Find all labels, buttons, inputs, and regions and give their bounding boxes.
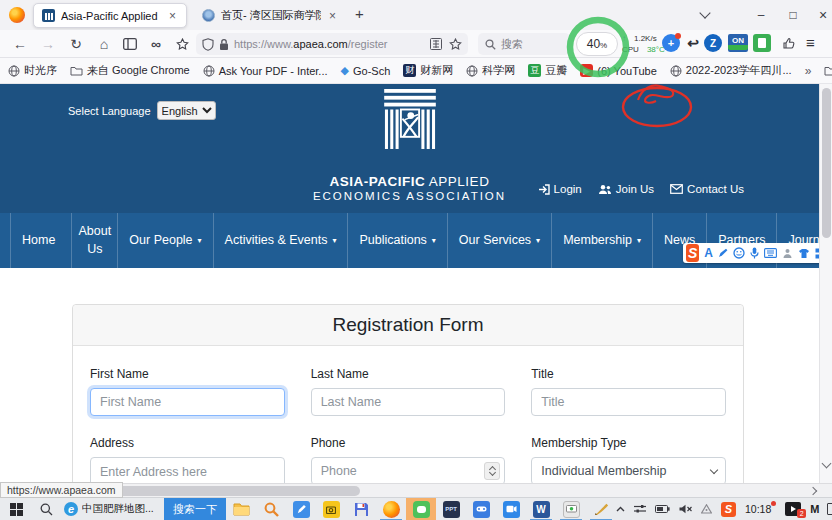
taskbar-screenshare-app[interactable] xyxy=(556,498,586,520)
lock-icon[interactable] xyxy=(219,38,229,51)
minimize-button[interactable]: – xyxy=(744,0,778,30)
action-center-icon[interactable] xyxy=(827,503,832,515)
tab-close-icon[interactable]: × xyxy=(327,9,338,23)
vertical-scrollbar-thumb[interactable] xyxy=(822,88,831,238)
bookmark-item[interactable]: 2022-2023学年四川... xyxy=(670,63,792,78)
list-tabs-chevron-icon[interactable] xyxy=(688,0,722,30)
sidebar-button[interactable] xyxy=(120,34,140,54)
taskbar-window-ie[interactable]: e 中国肥胖地图... xyxy=(60,498,164,520)
plus-extension-icon[interactable]: + xyxy=(662,34,680,52)
nav-our-services[interactable]: Our Services▾ xyxy=(448,213,552,268)
taskbar-meeting-app[interactable] xyxy=(496,498,526,520)
reload-button[interactable]: ↻ xyxy=(66,34,86,54)
phone-input[interactable] xyxy=(311,457,506,483)
m-app-tray-icon[interactable]: M xyxy=(810,503,818,515)
taskbar-search-icon[interactable] xyxy=(32,498,60,520)
nav-activities-events[interactable]: Activities & Events▾ xyxy=(214,213,349,268)
title-input[interactable] xyxy=(531,388,726,416)
number-spinner[interactable] xyxy=(484,462,500,480)
ime-person-icon[interactable] xyxy=(782,248,793,259)
contact-us-link[interactable]: Contact Us xyxy=(670,183,744,195)
forward-button[interactable]: → xyxy=(38,34,58,54)
taskbar-wechat[interactable] xyxy=(406,498,436,520)
z-library-extension-icon[interactable]: Z xyxy=(704,34,722,52)
undo-arrow-extension-icon[interactable]: ↪ xyxy=(684,34,702,52)
ime-keyboard-icon[interactable] xyxy=(764,248,777,258)
bookmark-item[interactable]: ◆ Go-Sch xyxy=(341,64,391,77)
nav-about-us[interactable]: About Us xyxy=(72,213,118,268)
taskbar-paint-app[interactable] xyxy=(586,498,616,520)
taskbar-search-button[interactable]: 搜索一下 xyxy=(164,498,226,520)
last-name-input[interactable] xyxy=(311,388,506,416)
taskbar-search-app[interactable] xyxy=(256,498,286,520)
maximize-button[interactable]: □ xyxy=(776,0,810,30)
bookmark-item[interactable]: 豆 豆瓣 xyxy=(528,63,567,78)
media-player-tray-icon[interactable]: 2 xyxy=(785,502,801,516)
taskbar-ppt-tool[interactable]: PPT xyxy=(436,498,466,520)
first-name-input[interactable] xyxy=(90,388,285,416)
ime-skin-icon[interactable] xyxy=(798,248,810,259)
ime-pen-icon[interactable] xyxy=(718,248,728,258)
tab-apaea[interactable]: Asia-Pacific Applied Economi × xyxy=(33,3,187,28)
bookmark-item[interactable]: 时光序 xyxy=(8,63,57,78)
zoom-level-chip[interactable]: 40% xyxy=(576,32,618,56)
nav-publications[interactable]: Publications▾ xyxy=(348,213,447,268)
home-button[interactable]: ⌂ xyxy=(94,34,114,54)
taskbar-save-app[interactable] xyxy=(346,498,376,520)
join-us-link[interactable]: Join Us xyxy=(598,183,654,195)
back-button[interactable]: ← xyxy=(10,34,30,54)
bookmark-folder[interactable]: 来自 Google Chrome xyxy=(70,63,190,78)
hidden-icons-chevron[interactable] xyxy=(616,506,625,512)
taskbar-file-explorer[interactable] xyxy=(226,498,256,520)
bookmark-item[interactable]: Ask Your PDF - Inter... xyxy=(203,65,328,77)
taskbar-word[interactable]: W xyxy=(526,498,556,520)
url-text[interactable]: https://www.apaea.com/register xyxy=(234,38,387,50)
new-tab-button[interactable]: + xyxy=(355,5,364,22)
sogou-tray-icon[interactable]: S xyxy=(721,502,736,517)
share-extension-icon[interactable] xyxy=(779,34,797,52)
pen-tool-tray-icon[interactable] xyxy=(701,504,712,514)
bookmark-star-icon[interactable] xyxy=(449,38,462,51)
taskbar-pen-app[interactable] xyxy=(286,498,316,520)
nav-membership[interactable]: Membership▾ xyxy=(552,213,653,268)
menu-hamburger-icon[interactable]: ≡ xyxy=(806,34,815,51)
proxy-on-extension-icon[interactable]: ON xyxy=(728,34,748,52)
taskbar-firefox[interactable] xyxy=(376,498,406,520)
start-button[interactable] xyxy=(0,498,32,520)
taskbar-game-app[interactable] xyxy=(466,498,496,520)
settings-sliders-icon[interactable] xyxy=(634,504,646,514)
url-bar[interactable]: https://www.apaea.com/register xyxy=(196,33,468,55)
taskbar-screenshot-app[interactable] xyxy=(316,498,346,520)
bookmarks-overflow-chevron[interactable]: » xyxy=(805,64,812,78)
nav-our-people[interactable]: Our People▾ xyxy=(118,213,213,268)
login-link[interactable]: Login xyxy=(538,183,582,195)
library-star-icon[interactable] xyxy=(172,34,192,54)
translate-extension-icon[interactable] xyxy=(430,38,442,50)
sogou-logo-icon[interactable]: S xyxy=(686,244,699,262)
firefox-logo-icon[interactable] xyxy=(9,7,25,23)
nav-home[interactable]: Home xyxy=(10,213,72,268)
scroll-right-arrow-icon[interactable] xyxy=(809,487,817,495)
ime-more-grid-icon[interactable] xyxy=(815,248,819,259)
extension-infinity-icon[interactable]: ∞ xyxy=(146,34,166,54)
other-bookmarks-folder[interactable]: 其他书签 xyxy=(824,63,832,78)
ime-microphone-icon[interactable] xyxy=(750,247,759,259)
clock[interactable]: 10:18 xyxy=(745,503,776,515)
tab-bay-area-school[interactable]: 首页- 湾区国际商学院 × xyxy=(194,3,346,28)
volume-muted-icon[interactable] xyxy=(679,504,692,514)
shield-icon[interactable] xyxy=(202,38,214,51)
close-window-button[interactable]: × xyxy=(806,0,832,30)
scroll-down-arrow-icon[interactable] xyxy=(822,459,832,469)
notebook-extension-icon[interactable] xyxy=(753,34,771,52)
bookmark-item[interactable]: ▶ (6) YouTube xyxy=(580,64,657,77)
address-textarea[interactable] xyxy=(90,457,285,483)
horizontal-scrollbar[interactable] xyxy=(0,483,832,497)
ime-emoji-icon[interactable] xyxy=(733,247,745,259)
membership-type-select[interactable]: Individual Membership xyxy=(531,457,726,483)
ime-mode-letter-icon[interactable]: A xyxy=(704,246,713,260)
bookmark-item[interactable]: 科学网 xyxy=(466,63,515,78)
bookmark-item[interactable]: 财 财新网 xyxy=(403,63,453,78)
search-bar[interactable]: 搜索 xyxy=(478,33,570,55)
tab-close-icon[interactable]: × xyxy=(167,9,178,23)
vertical-scrollbar[interactable] xyxy=(819,84,832,483)
